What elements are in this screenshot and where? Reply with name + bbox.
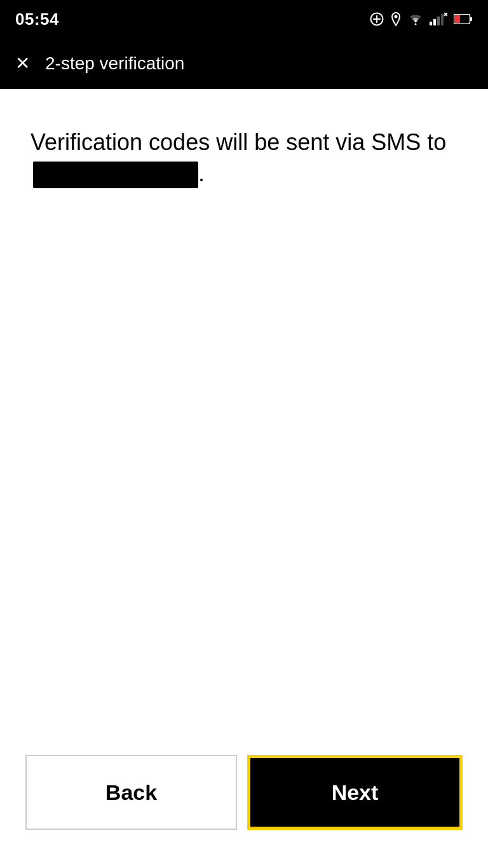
close-button[interactable]: ✕ (15, 55, 30, 72)
svg-rect-13 (455, 15, 460, 23)
status-icons (370, 12, 473, 26)
location-icon (390, 12, 402, 26)
verification-message: Verification codes will be sent via SMS … (30, 127, 458, 189)
main-content: Verification codes will be sent via SMS … (0, 89, 488, 734)
app-bar-title: 2-step verification (45, 53, 184, 74)
svg-rect-8 (441, 14, 444, 25)
svg-point-3 (395, 15, 398, 18)
back-button[interactable]: Back (25, 755, 237, 830)
next-button[interactable]: Next (247, 755, 463, 830)
circle-plus-icon (370, 12, 384, 26)
verification-text-prefix: Verification codes will be sent via SMS … (30, 129, 446, 155)
wifi-icon (408, 13, 423, 25)
svg-rect-12 (470, 17, 472, 21)
status-time: 05:54 (15, 10, 59, 29)
signal-icon (430, 13, 447, 25)
status-bar: 05:54 (0, 0, 488, 38)
app-bar: ✕ 2-step verification (0, 38, 488, 89)
verification-text-suffix: . (198, 160, 205, 186)
svg-point-4 (415, 24, 417, 25)
bottom-buttons: Back Next (0, 734, 488, 868)
svg-rect-5 (430, 22, 432, 25)
battery-icon (454, 14, 473, 24)
svg-rect-7 (437, 17, 440, 25)
phone-number-redacted (33, 162, 198, 188)
svg-rect-6 (433, 19, 436, 25)
